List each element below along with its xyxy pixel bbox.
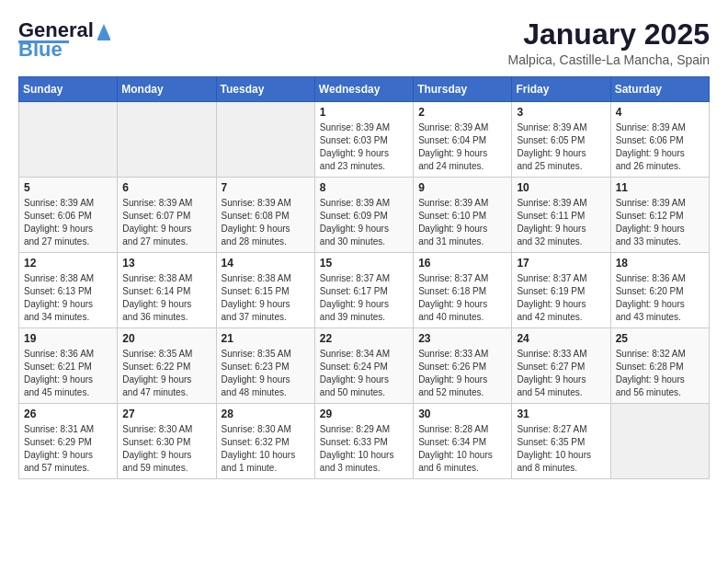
header: General Blue January 2025 Malpica, Casti… [18,18,710,67]
day-info: Sunrise: 8:39 AMSunset: 6:12 PMDaylight:… [616,197,704,248]
day-number: 27 [122,408,210,420]
day-info: Sunrise: 8:39 AMSunset: 6:06 PMDaylight:… [24,197,112,248]
day-info: Sunrise: 8:27 AMSunset: 6:35 PMDaylight:… [517,423,605,475]
logo-triangle-icon [96,20,112,40]
page: General Blue January 2025 Malpica, Casti… [0,0,728,488]
calendar-cell: 23Sunrise: 8:33 AMSunset: 6:26 PMDayligh… [414,328,512,404]
month-title: January 2025 [508,18,710,51]
day-info: Sunrise: 8:39 AMSunset: 6:05 PMDaylight:… [517,121,605,173]
week-row-3: 12Sunrise: 8:38 AMSunset: 6:13 PMDayligh… [19,253,710,328]
day-number: 6 [122,181,210,194]
day-info: Sunrise: 8:30 AMSunset: 6:32 PMDaylight:… [222,423,310,475]
day-number: 14 [222,257,310,270]
day-number: 11 [616,181,704,194]
day-info: Sunrise: 8:39 AMSunset: 6:08 PMDaylight:… [222,197,310,248]
calendar-cell: 16Sunrise: 8:37 AMSunset: 6:18 PMDayligh… [414,253,512,328]
calendar-cell: 15Sunrise: 8:37 AMSunset: 6:17 PMDayligh… [314,253,413,328]
day-number: 30 [418,408,506,420]
day-number: 9 [418,181,506,194]
day-number: 25 [616,332,704,345]
title-block: January 2025 Malpica, Castille-La Mancha… [508,18,710,67]
logo: General Blue [18,18,112,62]
day-info: Sunrise: 8:30 AMSunset: 6:30 PMDaylight:… [122,423,210,475]
day-info: Sunrise: 8:33 AMSunset: 6:27 PMDaylight:… [517,348,605,399]
day-number: 8 [320,181,408,194]
day-info: Sunrise: 8:39 AMSunset: 6:11 PMDaylight:… [517,197,605,248]
calendar-cell: 10Sunrise: 8:39 AMSunset: 6:11 PMDayligh… [512,178,610,253]
day-number: 16 [418,257,506,270]
weekday-header-thursday: Thursday [414,77,512,102]
day-number: 13 [122,257,210,270]
calendar-cell: 2Sunrise: 8:39 AMSunset: 6:04 PMDaylight… [414,102,512,178]
weekday-header-sunday: Sunday [19,77,118,102]
day-number: 22 [320,332,408,345]
calendar-cell: 18Sunrise: 8:36 AMSunset: 6:20 PMDayligh… [610,253,709,328]
day-number: 17 [517,257,605,270]
day-info: Sunrise: 8:39 AMSunset: 6:07 PMDaylight:… [122,197,210,248]
day-number: 23 [418,332,506,345]
calendar-cell: 12Sunrise: 8:38 AMSunset: 6:13 PMDayligh… [19,253,118,328]
day-info: Sunrise: 8:39 AMSunset: 6:10 PMDaylight:… [418,197,506,248]
weekday-header-row: SundayMondayTuesdayWednesdayThursdayFrid… [19,77,710,102]
day-info: Sunrise: 8:38 AMSunset: 6:15 PMDaylight:… [222,272,310,324]
calendar-cell: 19Sunrise: 8:36 AMSunset: 6:21 PMDayligh… [19,328,118,404]
day-info: Sunrise: 8:32 AMSunset: 6:28 PMDaylight:… [616,348,704,399]
calendar-cell: 14Sunrise: 8:38 AMSunset: 6:15 PMDayligh… [216,253,314,328]
day-info: Sunrise: 8:37 AMSunset: 6:18 PMDaylight:… [418,272,506,324]
day-number: 21 [222,332,310,345]
day-info: Sunrise: 8:34 AMSunset: 6:24 PMDaylight:… [320,348,408,399]
day-number: 1 [320,106,408,119]
weekday-header-friday: Friday [512,77,610,102]
calendar-cell [19,102,118,178]
calendar-cell: 25Sunrise: 8:32 AMSunset: 6:28 PMDayligh… [610,328,709,404]
calendar-cell: 13Sunrise: 8:38 AMSunset: 6:14 PMDayligh… [118,253,216,328]
weekday-header-saturday: Saturday [610,77,709,102]
day-number: 2 [418,106,506,119]
day-info: Sunrise: 8:29 AMSunset: 6:33 PMDaylight:… [320,423,408,475]
week-row-1: 1Sunrise: 8:39 AMSunset: 6:03 PMDaylight… [19,102,710,178]
day-info: Sunrise: 8:39 AMSunset: 6:09 PMDaylight:… [320,197,408,248]
day-info: Sunrise: 8:35 AMSunset: 6:23 PMDaylight:… [222,348,310,399]
calendar-cell: 6Sunrise: 8:39 AMSunset: 6:07 PMDaylight… [118,178,216,253]
weekday-header-monday: Monday [118,77,216,102]
day-number: 24 [517,332,605,345]
day-number: 18 [616,257,704,270]
day-number: 20 [122,332,210,345]
day-info: Sunrise: 8:36 AMSunset: 6:20 PMDaylight:… [616,272,704,324]
calendar-cell: 22Sunrise: 8:34 AMSunset: 6:24 PMDayligh… [314,328,413,404]
calendar-cell: 9Sunrise: 8:39 AMSunset: 6:10 PMDaylight… [414,178,512,253]
day-info: Sunrise: 8:39 AMSunset: 6:06 PMDaylight:… [616,121,704,173]
calendar-cell: 26Sunrise: 8:31 AMSunset: 6:29 PMDayligh… [19,404,118,479]
day-info: Sunrise: 8:38 AMSunset: 6:14 PMDaylight:… [122,272,210,324]
location: Malpica, Castille-La Mancha, Spain [508,52,710,67]
calendar-cell: 7Sunrise: 8:39 AMSunset: 6:08 PMDaylight… [216,178,314,253]
calendar-cell: 27Sunrise: 8:30 AMSunset: 6:30 PMDayligh… [118,404,216,479]
calendar-cell: 4Sunrise: 8:39 AMSunset: 6:06 PMDaylight… [610,102,709,178]
calendar-cell: 8Sunrise: 8:39 AMSunset: 6:09 PMDaylight… [314,178,413,253]
day-info: Sunrise: 8:33 AMSunset: 6:26 PMDaylight:… [418,348,506,399]
calendar-cell: 20Sunrise: 8:35 AMSunset: 6:22 PMDayligh… [118,328,216,404]
day-number: 10 [517,181,605,194]
day-info: Sunrise: 8:39 AMSunset: 6:03 PMDaylight:… [320,121,408,173]
calendar-cell: 11Sunrise: 8:39 AMSunset: 6:12 PMDayligh… [610,178,709,253]
week-row-5: 26Sunrise: 8:31 AMSunset: 6:29 PMDayligh… [19,404,710,479]
day-number: 28 [222,408,310,420]
calendar-cell: 24Sunrise: 8:33 AMSunset: 6:27 PMDayligh… [512,328,610,404]
calendar-cell: 3Sunrise: 8:39 AMSunset: 6:05 PMDaylight… [512,102,610,178]
weekday-header-tuesday: Tuesday [216,77,314,102]
calendar-cell [610,404,709,479]
day-info: Sunrise: 8:37 AMSunset: 6:17 PMDaylight:… [320,272,408,324]
day-number: 15 [320,257,408,270]
day-info: Sunrise: 8:39 AMSunset: 6:04 PMDaylight:… [418,121,506,173]
logo-blue: Blue [18,38,63,62]
week-row-2: 5Sunrise: 8:39 AMSunset: 6:06 PMDaylight… [19,178,710,253]
svg-marker-0 [97,24,110,39]
calendar-cell: 28Sunrise: 8:30 AMSunset: 6:32 PMDayligh… [216,404,314,479]
day-info: Sunrise: 8:38 AMSunset: 6:13 PMDaylight:… [24,272,112,324]
day-number: 4 [616,106,704,119]
calendar-cell: 1Sunrise: 8:39 AMSunset: 6:03 PMDaylight… [314,102,413,178]
day-number: 3 [517,106,605,119]
calendar-cell: 30Sunrise: 8:28 AMSunset: 6:34 PMDayligh… [414,404,512,479]
day-number: 5 [24,181,112,194]
day-info: Sunrise: 8:36 AMSunset: 6:21 PMDaylight:… [24,348,112,399]
